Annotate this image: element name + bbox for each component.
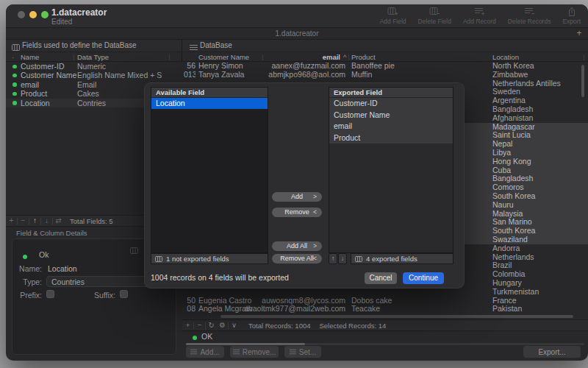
db-col-customer[interactable]: Customer Name [198, 52, 249, 62]
db-col-product[interactable]: Product [351, 52, 376, 62]
move-exported-down-button[interactable]: ↓ [338, 253, 347, 264]
fields-col-type[interactable]: Data Type [77, 52, 109, 62]
progress-bar [186, 343, 584, 345]
suffix-label: Suffix: [86, 291, 115, 300]
vertical-scrollbar-thumb[interactable] [581, 65, 584, 97]
set-records-button[interactable]: Set... [284, 346, 321, 358]
record-location: Argentina [492, 96, 584, 105]
list-icon [190, 348, 197, 356]
exported-field-item[interactable]: Product [329, 132, 453, 144]
field-row[interactable]: Customer-IDNumeric [6, 62, 182, 71]
record-row[interactable]: 50Eugenia Castroauwosnqm8@lycos.comDobos… [182, 297, 588, 305]
record-email: auwosnqm8@lycos.com [226, 297, 345, 305]
add-label: Add [291, 193, 303, 200]
db-col-location[interactable]: Location [492, 52, 519, 62]
window-title: 1.datacreator [51, 7, 107, 18]
remove-all-label: Remove All [280, 255, 314, 262]
toolbar-add-field-button[interactable]: Add Field [380, 6, 406, 25]
window-toolbar: Add FieldDelete FieldAdd RecordDelete Re… [380, 6, 581, 25]
record-location: Nauru [492, 201, 584, 210]
field-row[interactable]: Customer NameEnglish Name Mixed + S [6, 71, 182, 79]
new-tab-button[interactable]: + [573, 28, 585, 40]
table-icon [155, 256, 162, 262]
list-icon [290, 348, 296, 356]
field-status-dot [12, 65, 17, 69]
toolbar-delete-records-button[interactable]: Delete Records [508, 6, 551, 25]
column-divider [169, 54, 170, 60]
minimize-window-button[interactable] [29, 11, 37, 18]
field-status-text: Ok [39, 250, 49, 259]
move-field-up-button[interactable]: ↑ [29, 216, 40, 226]
column-divider [74, 54, 74, 60]
field-name: Customer-ID [21, 62, 65, 71]
fields-col-name[interactable]: Name [21, 52, 39, 62]
cancel-button[interactable]: Cancel [365, 272, 397, 284]
table-icon [130, 244, 138, 257]
record-location: Hong Kong [492, 158, 584, 166]
export-button[interactable]: Export... [523, 346, 581, 358]
exported-fields-list: Exported Field Customer-IDCustomer Namee… [329, 87, 453, 253]
remove-field-row-button[interactable]: − [18, 216, 29, 226]
column-divider [257, 90, 257, 96]
dialog-remove-button[interactable]: Remove < [272, 208, 322, 217]
remove-record-row-button[interactable]: − [194, 320, 205, 330]
exported-field-item[interactable]: Customer Name [329, 110, 453, 121]
name-label: Name: [12, 264, 42, 273]
add-records-button[interactable]: Add... [186, 346, 224, 358]
name-value[interactable]: Location [48, 264, 77, 273]
continue-button[interactable]: Continue [403, 272, 444, 284]
record-options-chevron[interactable]: ∨ [229, 320, 240, 330]
dialog-add-all-button[interactable]: Add All > [272, 241, 322, 251]
record-location: Andorra [492, 244, 584, 253]
horizontal-scrollbar-thumb[interactable] [220, 315, 573, 318]
dialog-remove-all-button[interactable]: Remove All < [272, 254, 322, 263]
record-location: Swaziland [492, 236, 584, 244]
record-row[interactable]: Turkmenistan [182, 288, 588, 297]
record-settings-gear-button[interactable]: ⚙ [217, 320, 228, 330]
record-location: France [492, 297, 584, 305]
record-row[interactable]: 08Angela Mcgrathavaoltmk977@mail2web.com… [182, 305, 588, 314]
prefix-checkbox[interactable] [46, 290, 54, 298]
exported-field-item[interactable]: Customer-ID [329, 98, 453, 110]
record-id: 08 [184, 305, 196, 314]
remove-records-button[interactable]: Remove... [230, 346, 279, 358]
field-status-dot [12, 92, 17, 96]
field-name: Customer Name [21, 71, 76, 79]
add-record-row-button[interactable]: + [182, 320, 193, 330]
window-edited-badge: Edited [51, 18, 72, 26]
move-exported-up-button[interactable]: ↑ [329, 253, 337, 264]
add-records-label: Add... [200, 348, 219, 356]
progress-bar-fill [186, 343, 305, 345]
details-heading: Field & Column Details [16, 229, 87, 237]
db-col-email[interactable]: email [256, 52, 340, 62]
move-field-down-button[interactable]: ↓ [41, 216, 52, 226]
available-fields-body: Location [151, 98, 268, 252]
close-window-button[interactable] [18, 11, 25, 18]
record-row[interactable]: 56Henry Simonaanex@fuzzmail.comBanoffee … [182, 62, 588, 71]
field-data-type: Numeric [77, 62, 106, 71]
toolbar-delete-field-button[interactable]: Delete Field [418, 6, 451, 25]
record-row[interactable]: 013Tanya Zavalaabmjkpo968@aol.comMuffinZ… [182, 71, 588, 79]
total-records-label: Total Records: 1004 [248, 322, 311, 330]
toolbar-export-button[interactable]: Export [562, 6, 581, 25]
zoom-window-button[interactable] [41, 11, 49, 18]
dialog-add-button[interactable]: Add > [272, 192, 322, 202]
field-status-dot [12, 101, 17, 105]
fields-sort-dot[interactable]: · [12, 52, 14, 62]
document-tab-title: 1.datacreator [6, 28, 588, 40]
record-location: Hungary [492, 279, 584, 288]
field-status-dot [12, 82, 17, 87]
suffix-checkbox[interactable] [120, 290, 128, 298]
field-data-type: English Name Mixed + S [77, 71, 162, 79]
exported-field-item[interactable]: email [329, 121, 453, 132]
add-field-row-button[interactable]: + [6, 216, 17, 226]
record-status-bar: + − ↻ ⚙ ∨ Total Records: 1004 Selected R… [182, 319, 588, 331]
toolbar-add-record-button[interactable]: Add Record [463, 6, 496, 25]
record-location: South Korea [492, 227, 584, 236]
field-data-type: Email [77, 80, 96, 89]
refresh-records-button[interactable]: ↻ [206, 320, 217, 330]
database-column-header: Customer Name email ^ Product Location [182, 52, 588, 62]
available-field-item[interactable]: Location [151, 98, 268, 109]
exported-fields-footer: 4 exported fields [351, 253, 453, 264]
reorder-fields-button[interactable]: ⇄ [53, 216, 64, 226]
